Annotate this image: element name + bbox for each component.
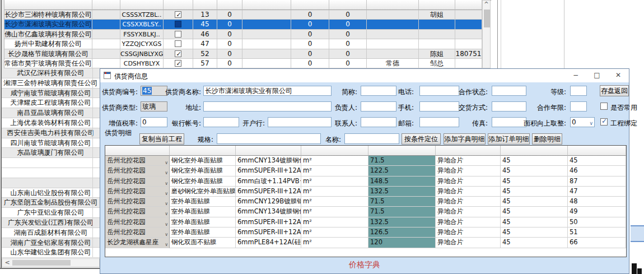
- list-item[interactable]: 广东中亚铝业有限公司: [2, 208, 100, 218]
- project-bind-checkbox[interactable]: [600, 118, 608, 126]
- common-checkbox[interactable]: [600, 103, 608, 110]
- list-item[interactable]: 广东坚朗五金制品股份有限公司: [2, 198, 100, 208]
- address-field[interactable]: [203, 101, 332, 112]
- list-item[interactable]: [2, 158, 100, 168]
- project-combo-cell[interactable]: 岳州北控花园∨: [105, 187, 170, 197]
- scrollbar-thumb[interactable]: [12, 260, 71, 266]
- project-combo-cell[interactable]: 岳州北控花园∨: [105, 197, 170, 207]
- checkbox-icon[interactable]: [175, 50, 181, 57]
- horizontal-scrollbar[interactable]: <: [2, 258, 100, 267]
- table-row[interactable]: 佛山市亿鑫玻璃科技有限公司 FSSYXBLKJ.. 46 0 0 0: [4, 30, 482, 39]
- list-item[interactable]: 湖南广亚全铝家居有限公司: [2, 238, 100, 248]
- locate-button[interactable]: 按条件定位: [402, 133, 441, 145]
- supplier-name-field[interactable]: [203, 86, 332, 96]
- list-item[interactable]: 上海优泰装饰材料有限公司: [2, 118, 100, 128]
- table-row[interactable]: 岳州北控花园∨ 室外单面贴膜 6mmSUPER-III+12A(硅.. m² 1…: [105, 227, 626, 238]
- list-item[interactable]: 广东兴发铝业(江西)有限公司: [2, 218, 100, 228]
- column-header[interactable]: [301, 146, 368, 156]
- table-row[interactable]: 岳州北控花园∨ 钢化室外单面贴膜 6mmSUPER-III+12A(硅.. m²…: [105, 166, 626, 176]
- table-row[interactable]: 岳州北控花园∨ 室外单面贴膜 6mmCNY129B镀膜钢化 m² 71.5 异地…: [105, 197, 626, 207]
- delete-detail-button[interactable]: 删除明细: [532, 133, 562, 145]
- list-item[interactable]: 南昌亚晶玻璃有限公司: [2, 108, 100, 118]
- name-filter-input[interactable]: [344, 133, 399, 144]
- table-row[interactable]: 扬州中勤建材有限公司 YZZQJCYXGS 47 0 0 0: [4, 39, 482, 49]
- project-combo-cell[interactable]: 长沙龙湖祺鑫星座∨: [105, 238, 170, 248]
- round-up-combo[interactable]: 0∨: [570, 117, 595, 127]
- project-combo-cell[interactable]: 岳州北控花园∨: [105, 207, 170, 217]
- list-item[interactable]: 山东南山铝业股份有限公司: [2, 188, 100, 198]
- minimize-button[interactable]: −: [565, 69, 586, 82]
- coop-status-field[interactable]: [492, 86, 526, 96]
- column-header[interactable]: [92, 0, 120, 10]
- chevron-down-icon: ∨: [165, 199, 168, 207]
- list-item[interactable]: 山东华建铝业集团有限公司: [2, 248, 100, 258]
- column-header[interactable]: [501, 146, 568, 156]
- checkbox-icon[interactable]: [175, 40, 181, 47]
- list-item[interactable]: 四川南玻节能玻璃有限公司: [2, 138, 100, 148]
- checkbox-icon[interactable]: [175, 21, 181, 27]
- table-row[interactable]: 长沙晟格节能玻璃有限公司 CSSGJNBLYXGS 52 0 0 0 陈姐 18…: [4, 49, 482, 59]
- table-row[interactable]: 长沙市潇湘玻璃实业有限公司 CSSXXBLSY.. 45 0 0 0: [4, 20, 482, 29]
- project-name: 岳州北控花园: [107, 177, 146, 185]
- list-item[interactable]: 东晶玻璃厦门有限公司: [2, 148, 100, 158]
- checkbox-icon[interactable]: [175, 60, 181, 67]
- list-item[interactable]: 天津耀皮工程玻璃有限公司: [2, 98, 100, 108]
- copy-project-button[interactable]: 复制当前工程: [139, 133, 184, 145]
- dialog-titlebar[interactable]: 供货商信息 − □ ✕: [100, 69, 629, 82]
- column-header[interactable]: [217, 0, 242, 10]
- checkbox-icon[interactable]: [175, 11, 181, 18]
- column-header[interactable]: [436, 146, 501, 156]
- column-header[interactable]: [368, 146, 436, 156]
- column-header[interactable]: [329, 0, 367, 10]
- list-item[interactable]: 西安佳吉美电力科技有限公司: [2, 128, 100, 138]
- table-row[interactable]: 岳州北控花园∨ 磨砂钢化室外单面贴膜 6mmSUPER-III+12A(硅.. …: [105, 187, 626, 197]
- list-item[interactable]: [2, 168, 100, 178]
- column-header[interactable]: [105, 146, 170, 156]
- table-row[interactable]: 岳州北控花园∨ 室外单面贴膜 6mmSUPER-III+12A(硅.. m² 1…: [105, 217, 626, 227]
- list-item[interactable]: [2, 178, 100, 188]
- column-header[interactable]: [193, 0, 217, 10]
- column-header[interactable]: [164, 0, 193, 10]
- scrollbar-thumb[interactable]: [484, 10, 490, 27]
- project-combo-cell[interactable]: 岳州北控花园∨: [105, 177, 170, 187]
- table-row[interactable]: 长沙市三湘特种玻璃有限公司 CSSSXTZBL.. 13 0 0 0 胡姐: [4, 10, 482, 20]
- maximize-button[interactable]: □: [586, 69, 608, 82]
- column-header[interactable]: [4, 0, 92, 10]
- scroll-left-icon[interactable]: <: [3, 259, 11, 267]
- project-combo-cell[interactable]: 岳州北控花园∨: [105, 227, 170, 238]
- delivery-field[interactable]: [492, 101, 526, 112]
- table-row[interactable]: 岳州北控花园∨ 钢化室外单面贴膜 6mmCNY134镀膜钢化 m² 71.5 异…: [105, 156, 626, 166]
- table-row[interactable]: 岳州北控花园∨ 室外单面贴膜 6mmCNY134镀膜钢化 m² 71.5 异地合…: [105, 207, 626, 217]
- list-item[interactable]: 湖南百成新材料有限公司: [2, 228, 100, 238]
- checkbox-icon[interactable]: [175, 31, 181, 38]
- list-item[interactable]: 武汉亿深科技有限公司: [2, 68, 100, 78]
- tax-cell: 0: [291, 10, 329, 20]
- coop-years-field[interactable]: [570, 101, 587, 112]
- grade-field[interactable]: [570, 86, 587, 96]
- scroll-up-icon[interactable]: ^: [483, 1, 490, 9]
- list-item[interactable]: 咸宁南玻节能玻璃有限公司: [2, 89, 100, 99]
- table-row[interactable]: 常德市昊宇玻璃有限责任公司 CDSHYBLYX 57 0 0 0 常德 邹总: [4, 59, 482, 68]
- close-button[interactable]: ✕: [608, 69, 629, 82]
- column-header[interactable]: [236, 146, 301, 156]
- save-return-button[interactable]: 存盘返回: [600, 85, 629, 96]
- column-header[interactable]: [367, 0, 419, 10]
- project-combo-cell[interactable]: 岳州北控花园∨: [105, 217, 170, 227]
- project-combo-cell[interactable]: 岳州北控花园∨: [105, 156, 170, 166]
- column-header[interactable]: [291, 0, 329, 10]
- column-header[interactable]: [242, 0, 291, 10]
- table-row[interactable]: 长沙龙湖祺鑫星座∨ 钢化双面不贴膜 6mmPLE84+12A(硅酮胶.. m² …: [105, 238, 626, 248]
- column-header[interactable]: [419, 0, 455, 10]
- vertical-scrollbar[interactable]: ^: [482, 0, 491, 68]
- column-header[interactable]: [568, 146, 626, 156]
- spec-filter-input[interactable]: [217, 133, 321, 144]
- add-dict-detail-button[interactable]: 添加字典明细: [444, 133, 486, 145]
- column-header[interactable]: [170, 146, 236, 156]
- bank-field[interactable]: [268, 117, 332, 127]
- table-row[interactable]: 岳州北控花园∨ 钢化室外单面贴膜 6mm白玻+1.14PVB+6mm.. m² …: [105, 177, 626, 187]
- column-header[interactable]: [455, 0, 482, 10]
- list-item[interactable]: 湘潭三金特种玻璃有限责任公司: [2, 78, 100, 89]
- add-order-detail-button[interactable]: 添加订单明细: [488, 133, 530, 145]
- project-combo-cell[interactable]: 岳州北控花园∨: [105, 166, 170, 176]
- column-header[interactable]: [120, 0, 164, 10]
